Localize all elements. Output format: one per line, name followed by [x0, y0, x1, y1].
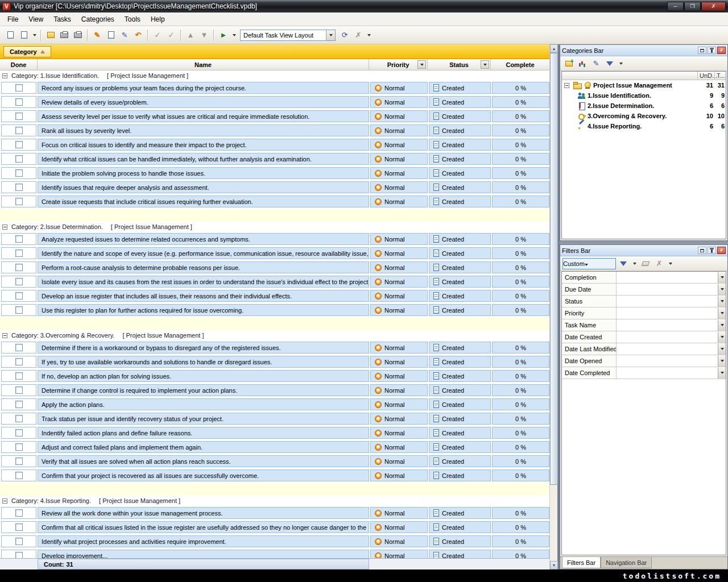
task-name-cell[interactable]: Isolate every issue and its causes from …	[38, 276, 369, 288]
filter-dropdown-button[interactable]	[718, 344, 726, 355]
task-status-cell[interactable]: Created	[429, 290, 491, 302]
task-priority-cell[interactable]: Normal	[370, 153, 428, 165]
task-name-cell[interactable]: Confirm that your project is recovered a…	[38, 469, 369, 481]
task-status-cell[interactable]: Created	[429, 153, 491, 165]
scrollbar-thumb[interactable]	[550, 53, 558, 485]
task-name-cell[interactable]: Identify the nature and scope of every i…	[38, 247, 369, 259]
scroll-down-button[interactable]: ▼	[550, 561, 558, 569]
task-checkbox[interactable]	[15, 184, 23, 191]
task-name-cell[interactable]: Indentify failed action plans and define…	[38, 427, 369, 439]
task-status-cell[interactable]: Created	[429, 427, 491, 439]
menu-tasks[interactable]: Tasks	[48, 13, 76, 26]
task-status-cell[interactable]: Created	[429, 521, 491, 533]
task-checkbox[interactable]	[15, 98, 23, 106]
task-status-cell[interactable]: Created	[429, 261, 491, 273]
task-name-cell[interactable]: If yes, try to use available workarounds…	[38, 356, 369, 368]
task-name-cell[interactable]: Perform a root-cause analysis to determi…	[38, 261, 369, 273]
filter-value-field[interactable]	[617, 284, 726, 295]
filter-value-field[interactable]	[617, 367, 726, 379]
task-priority-cell[interactable]: Normal	[370, 290, 428, 302]
task-name-cell[interactable]: Review all the work done within your iss…	[38, 507, 369, 519]
filter-categories-button[interactable]	[603, 58, 616, 69]
task-priority-cell[interactable]: Normal	[370, 370, 428, 382]
task-status-cell[interactable]: Created	[429, 167, 491, 179]
task-name-cell[interactable]: Create issue requests that include criti…	[38, 196, 369, 207]
filter-dropdown-button[interactable]	[718, 332, 726, 343]
task-status-cell[interactable]: Created	[429, 507, 491, 519]
task-status-cell[interactable]: Created	[429, 233, 491, 245]
filter-dropdown-button[interactable]	[718, 308, 726, 319]
task-checkbox[interactable]	[15, 429, 23, 436]
task-priority-cell[interactable]: Normal	[370, 427, 428, 439]
filter-value-field[interactable]	[617, 272, 726, 283]
task-priority-cell[interactable]: Normal	[370, 507, 428, 519]
filter-value-field[interactable]	[617, 307, 726, 319]
task-name-cell[interactable]: Use this register to plan for further ac…	[38, 304, 369, 316]
task-priority-cell[interactable]: Normal	[370, 110, 428, 122]
task-checkbox[interactable]	[15, 264, 23, 271]
menu-help[interactable]: Help	[146, 13, 170, 26]
clear-layout-button[interactable]: ✗	[351, 28, 365, 42]
task-status-cell[interactable]: Created	[429, 276, 491, 288]
task-priority-cell[interactable]: Normal	[370, 384, 428, 396]
task-name-cell[interactable]: Track status per issue and identify reco…	[38, 413, 369, 425]
task-status-cell[interactable]: Created	[429, 398, 491, 410]
task-status-cell[interactable]: Created	[429, 413, 491, 425]
apply-filter-button[interactable]	[617, 258, 630, 269]
task-status-cell[interactable]: Created	[429, 247, 491, 259]
task-checkbox[interactable]	[15, 415, 23, 422]
task-checkbox[interactable]	[15, 509, 23, 517]
task-priority-cell[interactable]: Normal	[370, 181, 428, 193]
filter-dropdown-button[interactable]	[718, 272, 726, 283]
task-name-cell[interactable]: Confirm that all critical issues listed …	[38, 521, 369, 533]
task-status-cell[interactable]: Created	[429, 196, 491, 207]
task-status-cell[interactable]: Created	[429, 356, 491, 368]
column-complete[interactable]: Complete	[491, 59, 549, 70]
filter-value-field[interactable]	[617, 355, 726, 367]
float-button[interactable]	[698, 47, 706, 54]
task-priority-cell[interactable]: Normal	[370, 261, 428, 273]
total-column-label[interactable]: T...	[714, 72, 726, 80]
task-checkbox[interactable]	[15, 278, 23, 285]
column-done[interactable]: Done	[0, 59, 38, 70]
go-dropdown-button[interactable]	[230, 28, 238, 42]
task-checkbox[interactable]	[15, 169, 23, 177]
maximize-button[interactable]: ❐	[684, 2, 701, 11]
scroll-up-button[interactable]: ▲	[550, 44, 558, 53]
category-group-header[interactable]: Category: 4.Issue Reporting. [ Project I…	[0, 496, 549, 506]
task-priority-cell[interactable]: Normal	[370, 247, 428, 259]
task-priority-cell[interactable]: Normal	[370, 96, 428, 108]
move-down-button[interactable]: ▼	[197, 28, 211, 42]
filters-overflow-button[interactable]	[667, 257, 674, 271]
filter-dropdown-button[interactable]	[718, 368, 726, 379]
column-status[interactable]: Status	[428, 59, 491, 70]
task-name-cell[interactable]: Identify what project processes and acti…	[38, 535, 369, 547]
filter-value-field[interactable]	[617, 331, 726, 343]
task-checkbox[interactable]	[15, 250, 23, 257]
group-by-category-tab[interactable]: Category	[3, 46, 51, 57]
task-checkbox[interactable]	[15, 84, 23, 92]
category-group-header[interactable]: Category: 2.Issue Determination. [ Proje…	[0, 222, 549, 232]
complete-button[interactable]: ✓	[151, 28, 164, 42]
task-name-cell[interactable]: Analyze requested issues to determine re…	[38, 233, 369, 245]
task-status-cell[interactable]: Created	[429, 82, 491, 94]
task-status-cell[interactable]: Created	[429, 370, 491, 382]
float-button[interactable]	[698, 247, 706, 254]
category-group-header[interactable]: Category: 3.Overcoming & Recovery. [ Pro…	[0, 330, 549, 340]
task-checkbox[interactable]	[15, 401, 23, 408]
task-checkbox[interactable]	[15, 235, 23, 243]
collapse-icon[interactable]	[2, 333, 7, 338]
edit-button[interactable]: ✎	[90, 28, 104, 42]
task-name-cell[interactable]: Identify issues that require deeper anal…	[38, 181, 369, 193]
column-priority[interactable]: Priority	[369, 59, 428, 70]
layout-combobox-arrow[interactable]	[326, 30, 335, 40]
print-preview-button[interactable]	[71, 28, 85, 42]
category-tree-item[interactable]: Project Issue Management3131	[562, 80, 726, 90]
share-button[interactable]: ✎	[118, 28, 131, 42]
task-priority-cell[interactable]: Normal	[370, 233, 428, 245]
toolbar-overflow-button[interactable]	[365, 28, 373, 42]
new-task-button[interactable]	[3, 28, 17, 42]
priority-filter-button[interactable]	[417, 60, 426, 69]
task-checkbox[interactable]	[15, 458, 23, 465]
print-button[interactable]	[57, 28, 71, 42]
